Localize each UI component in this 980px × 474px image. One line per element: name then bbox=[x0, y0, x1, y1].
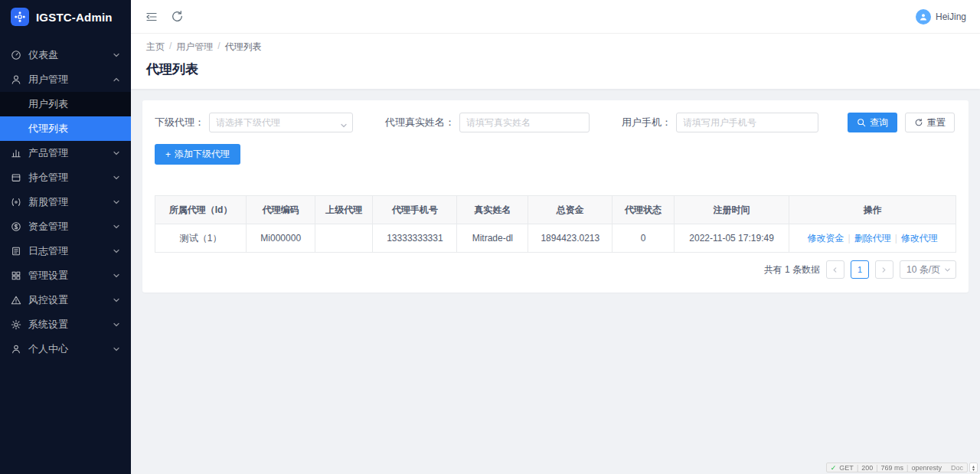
prev-page-button[interactable] bbox=[826, 260, 844, 279]
breadcrumb-home[interactable]: 主页 bbox=[146, 41, 165, 54]
col-register-time: 注册时间 bbox=[674, 196, 789, 224]
agent-select-label: 下级代理： bbox=[155, 116, 204, 129]
cell-real-name: Mitrade-dl bbox=[457, 224, 528, 253]
product-management-icon bbox=[11, 148, 21, 159]
sidebar-item-agent-list[interactable]: 代理列表 bbox=[0, 116, 131, 141]
toggle-widget-arrows[interactable]: ▲ ▼ bbox=[969, 463, 978, 472]
col-agent-code: 代理编码 bbox=[247, 196, 315, 224]
sidebar-item-user-management[interactable]: 用户管理 bbox=[0, 67, 131, 92]
collapse-sidebar-icon[interactable] bbox=[145, 10, 158, 24]
user-menu[interactable]: HeiJing bbox=[916, 9, 966, 25]
chevron-down-icon bbox=[113, 198, 120, 206]
chevron-down-icon bbox=[340, 119, 348, 126]
chevron-down-icon bbox=[113, 51, 120, 59]
cell-register-time: 2022-11-05 17:19:49 bbox=[674, 224, 789, 253]
risk-control-icon bbox=[11, 295, 21, 306]
agent-select-input[interactable] bbox=[209, 113, 353, 132]
top-navbar: HeiJing bbox=[131, 0, 980, 34]
breadcrumb-agent-list[interactable]: 代理列表 bbox=[225, 41, 262, 54]
doc-link[interactable]: Doc bbox=[951, 464, 963, 472]
chevron-down-icon bbox=[113, 345, 120, 353]
page-header: 主页 / 用户管理 / 代理列表 代理列表 bbox=[131, 34, 980, 89]
new-stock-icon bbox=[11, 197, 21, 208]
chevron-up-icon bbox=[113, 76, 120, 83]
page-title: 代理列表 bbox=[146, 60, 965, 78]
network-status-widget: ✓ GET | 200 | 769 ms | openresty Doc ▲ ▼ bbox=[826, 463, 978, 472]
filter-buttons: 查询 重置 bbox=[848, 113, 955, 132]
add-sub-agent-button[interactable]: + 添加下级代理 bbox=[155, 144, 240, 165]
username: HeiJing bbox=[936, 11, 966, 22]
real-name-input[interactable] bbox=[459, 113, 590, 132]
request-status-bar[interactable]: ✓ GET | 200 | 769 ms | openresty Doc bbox=[826, 463, 968, 472]
sidebar-item-funds-management[interactable]: 资金管理 bbox=[0, 214, 131, 239]
log-icon bbox=[11, 246, 21, 257]
sidebar-item-admin-settings[interactable]: 管理设置 bbox=[0, 263, 131, 288]
page-number-1[interactable]: 1 bbox=[851, 260, 869, 279]
agent-table-wrap: 所属代理（Id） 代理编码 上级代理 代理手机号 真实姓名 总资金 代理状态 注… bbox=[155, 195, 956, 253]
sidebar-item-log-management[interactable]: 日志管理 bbox=[0, 239, 131, 263]
content-area: 下级代理： 代理真实姓名： 用户手机： bbox=[131, 89, 980, 474]
table-row: 测试（1） Mi000000 13333333331 Mitrade-dl 18… bbox=[155, 224, 956, 253]
next-page-button[interactable] bbox=[875, 260, 893, 279]
sidebar-item-product-management[interactable]: 产品管理 bbox=[0, 141, 131, 165]
avatar bbox=[916, 9, 931, 25]
modify-agent-link[interactable]: 修改代理 bbox=[901, 233, 938, 244]
breadcrumb-separator: / bbox=[217, 41, 220, 54]
chevron-down-icon bbox=[113, 149, 120, 157]
app-title: IGSTC-Admin bbox=[36, 11, 113, 24]
sidebar-item-user-list[interactable]: 用户列表 bbox=[0, 92, 131, 116]
chevron-down-icon bbox=[113, 174, 120, 181]
filter-row: 下级代理： 代理真实姓名： 用户手机： bbox=[155, 113, 956, 132]
cell-agent-code: Mi000000 bbox=[247, 224, 315, 253]
search-icon bbox=[857, 118, 866, 127]
agent-select[interactable] bbox=[209, 113, 353, 132]
user-management-icon bbox=[11, 74, 21, 85]
admin-settings-icon bbox=[11, 270, 21, 281]
success-check-icon: ✓ bbox=[831, 464, 837, 472]
reset-button[interactable]: 重置 bbox=[905, 113, 955, 132]
sidebar-item-profile-center[interactable]: 个人中心 bbox=[0, 337, 131, 361]
pagination: 共有 1 条数据 1 10 条/页 bbox=[155, 260, 956, 279]
user-phone-field bbox=[676, 113, 818, 132]
chevron-down-icon bbox=[113, 272, 120, 279]
sidebar-item-dashboard[interactable]: 仪表盘 bbox=[0, 43, 131, 67]
sidebar-item-position-management[interactable]: 持仓管理 bbox=[0, 165, 131, 190]
col-agent-status: 代理状态 bbox=[612, 196, 675, 224]
refresh-page-icon[interactable] bbox=[171, 10, 185, 24]
sidebar-item-new-stock-management[interactable]: 新股管理 bbox=[0, 190, 131, 214]
server-name: openresty bbox=[911, 464, 942, 472]
sidebar-item-risk-control[interactable]: 风控设置 bbox=[0, 288, 131, 312]
search-button[interactable]: 查询 bbox=[848, 113, 897, 132]
chevron-down-icon bbox=[944, 266, 951, 273]
delete-agent-link[interactable]: 删除代理 bbox=[854, 233, 891, 244]
sidebar-item-system-settings[interactable]: 系统设置 bbox=[0, 312, 131, 337]
app-logo-icon bbox=[11, 8, 29, 26]
col-total-funds: 总资金 bbox=[528, 196, 612, 224]
chevron-down-icon bbox=[113, 296, 120, 304]
add-row: + 添加下级代理 bbox=[155, 144, 956, 165]
modify-funds-link[interactable]: 修改资金 bbox=[808, 233, 844, 244]
page-size-select[interactable]: 10 条/页 bbox=[900, 260, 956, 279]
main-area: HeiJing 主页 / 用户管理 / 代理列表 代理列表 下级代理： bbox=[131, 0, 980, 474]
col-owner-agent: 所属代理（Id） bbox=[155, 196, 247, 224]
sidebar: IGSTC-Admin 仪表盘 用户管理 用户列表 代理列表 产品管理 bbox=[0, 0, 131, 474]
action-separator: | bbox=[895, 233, 897, 244]
pagination-total: 共有 1 条数据 bbox=[764, 263, 820, 276]
request-duration: 769 ms bbox=[881, 464, 904, 472]
reset-icon bbox=[914, 118, 923, 127]
chevron-down-icon bbox=[113, 321, 120, 329]
table-header-row: 所属代理（Id） 代理编码 上级代理 代理手机号 真实姓名 总资金 代理状态 注… bbox=[155, 196, 956, 224]
cell-total-funds: 1894423.0213 bbox=[528, 224, 612, 253]
breadcrumb-user-management[interactable]: 用户管理 bbox=[176, 41, 213, 54]
agent-list-card: 下级代理： 代理真实姓名： 用户手机： bbox=[142, 100, 969, 293]
col-agent-phone: 代理手机号 bbox=[373, 196, 457, 224]
plus-icon: + bbox=[165, 149, 171, 160]
status-code: 200 bbox=[861, 464, 873, 472]
cell-actions: 修改资金|删除代理|修改代理 bbox=[789, 224, 956, 253]
user-phone-input[interactable] bbox=[676, 113, 818, 132]
dashboard-icon bbox=[11, 50, 21, 60]
action-separator: | bbox=[848, 233, 851, 244]
app-logo[interactable]: IGSTC-Admin bbox=[0, 0, 131, 34]
user-phone-label: 用户手机： bbox=[622, 116, 671, 129]
cell-agent-status: 0 bbox=[612, 224, 675, 253]
